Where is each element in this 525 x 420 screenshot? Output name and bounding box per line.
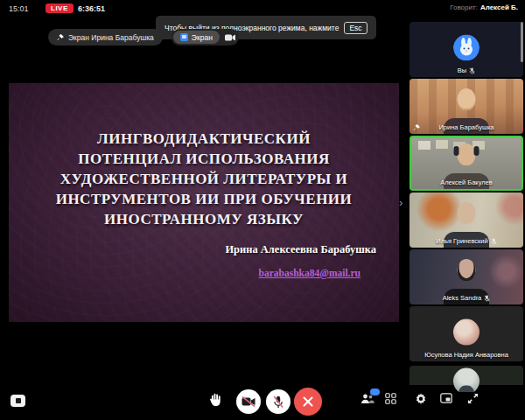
pip-button[interactable] [440, 393, 452, 403]
participant-name: Ирина Барабушка [438, 123, 494, 131]
slide-email-row: barabashka84@mail.ru [9, 264, 399, 280]
participant-avatar [453, 318, 480, 345]
shared-screen-slide: ЛИНГВОДИДАКТИЧЕСКИЙ ПОТЕНЦИАЛ ИСПОЛЬЗОВА… [9, 83, 399, 322]
end-call-button[interactable] [294, 388, 322, 416]
participant-name: Алексей Бакулев [440, 178, 493, 186]
miniplayer-button[interactable] [10, 395, 25, 407]
expand-arrows-icon [467, 393, 479, 404]
raise-hand-button[interactable] [208, 393, 221, 407]
participant-name: Юсупова Надия Анваровна [424, 351, 508, 359]
tab-screen[interactable]: Экран [173, 31, 220, 44]
participant-video [440, 202, 493, 241]
grid-view-button[interactable] [385, 393, 396, 404]
picture-in-picture-icon [440, 393, 452, 403]
pinned-screen-label: Экран Ирина Барабушка [68, 33, 154, 42]
tab-screen-label: Экран [192, 33, 213, 42]
elapsed-timer: 6:36:51 [78, 4, 105, 13]
stage-controls: Экран Ирина Барабушка Экран [48, 29, 239, 46]
participants-button[interactable] [360, 393, 374, 404]
sidebar-scrollbar[interactable] [521, 22, 523, 62]
slide-title-line: ХУДОЖЕСТВЕННОЙ ЛИТЕРАТУРЫ И [9, 169, 399, 189]
live-badge: LIVE [46, 4, 74, 13]
active-speaker-indicator: Говорит:Алексей Б. [450, 4, 518, 11]
settings-button[interactable] [415, 393, 427, 405]
participant-avatar [453, 368, 480, 392]
fullscreen-button[interactable] [467, 393, 479, 404]
sidebar-collapse-chevron-icon[interactable]: › [399, 196, 402, 209]
raised-hand-icon [208, 393, 221, 407]
slide-author: Ирина Алексеевна Барабушка [9, 243, 399, 256]
camera-icon [225, 34, 235, 41]
bottom-toolbar [0, 385, 525, 420]
bunny-avatar-icon [453, 34, 480, 60]
tab-camera[interactable] [223, 34, 237, 41]
slide-email-link[interactable]: barabashka84@mail.ru [259, 268, 360, 278]
muted-mic-icon [469, 67, 475, 74]
speaking-prefix: Говорит: [450, 4, 478, 11]
participant-tile-aleks-sandra[interactable]: Aleks Sandra [410, 249, 523, 304]
participant-name: Aleks Sandra [443, 294, 482, 302]
participant-video [440, 88, 493, 127]
close-icon [303, 396, 313, 407]
participant-tile-aleksey[interactable]: Алексей Бакулев [410, 136, 523, 191]
speaking-name: Алексей Б. [480, 4, 518, 11]
participant-video [440, 259, 493, 298]
system-clock: 15:01 [9, 4, 29, 13]
video-call-window: 15:01 LIVE 6:36:51 Говорит:Алексей Б. Чт… [0, 0, 525, 420]
participant-tile-irina[interactable]: Ирина Барабушка [410, 79, 523, 134]
slide-title-line: ИНСТРУМЕНТОВ ИИ ПРИ ОБУЧЕНИИ [9, 189, 399, 209]
camera-off-icon [242, 396, 256, 407]
mic-off-icon [273, 396, 284, 409]
gear-icon [415, 393, 427, 405]
pin-icon [57, 34, 64, 41]
participant-video [440, 144, 493, 182]
participant-tile-yusupova[interactable]: Юсупова Надия Анваровна [410, 306, 523, 361]
participant-tile-ilya[interactable]: Илья Гриневский [410, 192, 523, 248]
pinned-screen-pill[interactable]: Экран Ирина Барабушка [48, 29, 163, 46]
slide-title: ЛИНГВОДИДАКТИЧЕСКИЙ ПОТЕНЦИАЛ ИСПОЛЬЗОВА… [9, 129, 399, 229]
muted-mic-icon [491, 238, 497, 245]
slide-title-line: ЛИНГВОДИДАКТИЧЕСКИЙ [9, 129, 399, 149]
participants-count-badge [370, 388, 380, 396]
muted-mic-icon [484, 295, 490, 302]
slide-title-line: ИНОСТРАННОМУ ЯЗЫКУ [9, 209, 399, 229]
view-switcher: Экран [172, 29, 239, 46]
camera-toggle-button[interactable] [236, 389, 261, 414]
participant-tile-you[interactable]: Вы [410, 22, 523, 77]
esc-key-badge: Esc [344, 22, 367, 34]
slide-title-line: ПОТЕНЦИАЛ ИСПОЛЬЗОВАНИЯ [9, 149, 399, 169]
monitor-icon [180, 33, 188, 41]
participant-name: Вы [458, 66, 466, 74]
mic-toggle-button[interactable] [266, 389, 290, 414]
grid-icon [385, 393, 396, 404]
participant-name: Илья Гриневский [436, 237, 487, 245]
